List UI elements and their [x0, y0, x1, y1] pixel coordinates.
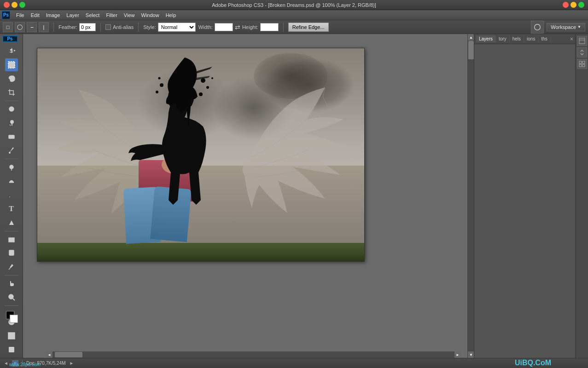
menu-edit[interactable]: Edit: [28, 12, 43, 19]
window-controls-right[interactable]: [563, 2, 584, 8]
path-selection-tool[interactable]: [5, 216, 18, 229]
marquee-tool[interactable]: [5, 58, 18, 71]
svg-point-29: [156, 91, 158, 93]
status-right-arrow[interactable]: ►: [70, 361, 74, 366]
workspace-button[interactable]: Workspace ▼: [547, 23, 585, 31]
svg-rect-35: [579, 64, 582, 67]
color-swatches[interactable]: [4, 309, 19, 313]
style-label: Style:: [143, 24, 156, 30]
svg-rect-34: [582, 61, 585, 63]
tab-paths[interactable]: ths: [538, 35, 550, 42]
feather-group: Feather:: [58, 23, 96, 31]
close-btn-r[interactable]: [563, 2, 569, 8]
svg-rect-31: [579, 38, 585, 44]
tab-channels[interactable]: hels: [510, 35, 524, 42]
crop-tool[interactable]: [5, 86, 18, 99]
scroll-left-arrow[interactable]: ◄: [46, 351, 52, 358]
h-scroll-thumb[interactable]: [55, 352, 82, 357]
h-scrollbar[interactable]: ◄ ►: [46, 351, 461, 358]
menu-image[interactable]: Image: [43, 12, 64, 19]
lasso-tool[interactable]: [5, 72, 18, 85]
maximize-btn-r[interactable]: [578, 2, 584, 8]
svg-rect-33: [579, 61, 582, 63]
type-tool[interactable]: T: [5, 202, 18, 215]
separator-2: [100, 23, 101, 32]
style-group: Style: Normal Fixed Ratio Fixed Size: [143, 23, 196, 32]
window-title: Adobe Photoshop CS3 - [Broken Dreams.psd…: [25, 2, 563, 8]
panel-close-btn[interactable]: ×: [570, 36, 573, 42]
magic-icon[interactable]: [531, 21, 544, 34]
svg-point-30: [158, 77, 161, 80]
watermark-bottom-right: UiBQ.CoM: [515, 359, 551, 367]
svg-rect-23: [9, 347, 14, 352]
status-bar: ◄ P Doc: 970,7K/5,24M ► www.28pa.com UiB…: [0, 358, 588, 368]
menu-layer[interactable]: Layer: [63, 12, 82, 19]
shape-tool[interactable]: [5, 233, 18, 246]
panel-minimize-btn[interactable]: [577, 36, 587, 46]
refine-edge-button[interactable]: Refine Edge...: [288, 23, 329, 32]
scroll-up-arrow[interactable]: ▲: [468, 34, 474, 40]
minimize-btn-r[interactable]: [571, 2, 576, 8]
screen-mode-btn[interactable]: [5, 329, 18, 342]
width-input[interactable]: [215, 23, 233, 31]
tab-layers[interactable]: Layers: [476, 35, 496, 42]
swap-icon[interactable]: ⇄: [235, 23, 240, 31]
menu-file[interactable]: File: [13, 12, 28, 19]
feather-label: Feather:: [58, 24, 77, 30]
main-layout: Ps: [0, 34, 588, 358]
status-left-arrow[interactable]: ◄: [4, 361, 8, 366]
fullscreen-btn[interactable]: [5, 343, 18, 356]
width-group: Width: ⇄ Height:: [198, 23, 279, 31]
healing-brush-tool[interactable]: [5, 103, 18, 115]
eyedropper-tool[interactable]: [5, 260, 18, 273]
menu-help[interactable]: Help: [163, 12, 180, 19]
elliptical-marquee-tool[interactable]: ◯: [15, 22, 25, 32]
menu-filter[interactable]: Filter: [103, 12, 120, 19]
zoom-tool[interactable]: [5, 291, 18, 304]
menu-select[interactable]: Select: [82, 12, 103, 19]
rectangular-marquee-tool[interactable]: □: [3, 22, 13, 32]
panel-expand-btn[interactable]: [577, 47, 587, 58]
separator-4: [283, 23, 284, 32]
close-btn[interactable]: [4, 2, 10, 8]
menu-window[interactable]: Window: [138, 12, 163, 19]
h-scroll-track: [52, 351, 454, 358]
svg-line-12: [9, 196, 10, 197]
eraser-tool[interactable]: [5, 130, 18, 143]
hand-tool[interactable]: [5, 277, 18, 290]
svg-line-19: [13, 299, 15, 300]
maximize-btn[interactable]: [19, 2, 25, 8]
separator-3: [138, 23, 139, 32]
style-select[interactable]: Normal Fixed Ratio Fixed Size: [158, 23, 196, 32]
scroll-right-arrow[interactable]: ►: [454, 351, 461, 358]
canvas-area: ◄ ►: [23, 34, 467, 358]
dodge-tool[interactable]: [5, 161, 18, 174]
feather-input[interactable]: [79, 23, 96, 31]
antialias-checkbox[interactable]: [105, 24, 111, 30]
panel-grid-btn[interactable]: [577, 59, 587, 69]
minimize-btn[interactable]: [12, 2, 17, 8]
notes-tool[interactable]: [5, 247, 18, 259]
height-input[interactable]: [260, 23, 279, 31]
pen-tool[interactable]: [5, 189, 18, 201]
move-tool[interactable]: [5, 45, 18, 58]
v-scroll-thumb[interactable]: [468, 41, 474, 59]
single-row-tool[interactable]: ‒: [27, 22, 37, 32]
background-color[interactable]: [10, 315, 18, 323]
svg-rect-22: [8, 333, 15, 339]
svg-line-17: [9, 268, 10, 270]
tab-actions[interactable]: ions: [524, 35, 538, 42]
panel-tabs: Layers tory hels ions ths ×: [474, 34, 575, 44]
scroll-down-arrow[interactable]: ▼: [468, 351, 474, 358]
svg-rect-36: [582, 64, 585, 67]
window-controls-left[interactable]: [4, 2, 25, 8]
menu-view[interactable]: View: [121, 12, 138, 19]
blur-tool[interactable]: [5, 175, 18, 188]
tab-history[interactable]: tory: [496, 35, 510, 42]
svg-rect-1: [8, 62, 15, 68]
brush-tool[interactable]: [5, 144, 18, 157]
ink-splatter-svg: [152, 58, 226, 150]
single-col-tool[interactable]: |: [39, 22, 49, 32]
clone-stamp-tool[interactable]: [5, 116, 18, 129]
v-scrollbar[interactable]: ▲ ▼: [467, 34, 474, 358]
